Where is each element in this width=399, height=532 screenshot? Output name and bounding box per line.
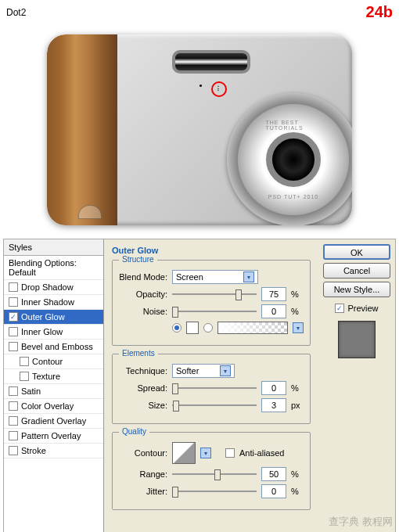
- style-item-label: Outer Glow: [21, 312, 65, 322]
- style-checkbox[interactable]: [9, 446, 18, 455]
- style-checkbox[interactable]: [9, 386, 18, 396]
- jitter-input[interactable]: 0: [261, 484, 286, 498]
- range-slider[interactable]: [172, 468, 257, 480]
- range-input[interactable]: 50: [261, 467, 286, 481]
- lens-text-bottom: PSD TUT+ 2010: [268, 194, 318, 200]
- blend-mode-label: Blend Mode:: [119, 272, 167, 282]
- lens-outer-ring: THE BEST TUTORIALS PSD TUT+ 2010: [227, 93, 352, 225]
- camera-illustration: ⠇ THE BEST TUTORIALS PSD TUT+ 2010: [47, 34, 352, 225]
- header: Dot2 24b: [0, 0, 399, 24]
- styles-header[interactable]: Styles: [4, 239, 103, 256]
- contour-dropdown-icon[interactable]: ▾: [200, 448, 211, 458]
- camera-flash: [172, 50, 250, 74]
- opacity-input[interactable]: 75: [261, 287, 286, 301]
- noise-unit: %: [291, 307, 304, 316]
- style-checkbox[interactable]: [20, 372, 29, 381]
- blend-mode-select[interactable]: Screen ▾: [172, 270, 258, 284]
- style-item-label: Inner Shadow: [21, 297, 74, 307]
- style-checkbox[interactable]: [9, 401, 18, 411]
- style-item-label: Inner Glow: [21, 327, 63, 336]
- style-item-label: Stroke: [21, 446, 46, 455]
- blend-mode-value: Screen: [176, 272, 203, 282]
- style-item-label: Gradient Overlay: [21, 416, 86, 426]
- spread-unit: %: [291, 383, 304, 393]
- contour-label: Contour:: [119, 448, 167, 458]
- quality-group: Quality Contour: ▾ Anti-aliased Range: 5…: [112, 432, 311, 510]
- preview-checkbox[interactable]: [335, 304, 344, 313]
- range-unit: %: [291, 469, 304, 479]
- elements-legend: Elements: [119, 349, 158, 358]
- blending-options-item[interactable]: Blending Options: Default: [4, 256, 103, 280]
- range-label: Range:: [119, 469, 167, 479]
- preview-toggle[interactable]: Preview: [335, 304, 378, 313]
- document-title: Dot2: [6, 7, 26, 18]
- technique-select[interactable]: Softer ▾: [172, 364, 235, 378]
- style-item-inner-glow[interactable]: Inner Glow: [4, 325, 103, 340]
- style-item-inner-shadow[interactable]: Inner Shadow: [4, 295, 103, 310]
- style-checkbox[interactable]: [9, 416, 18, 426]
- gradient-preview[interactable]: [217, 322, 288, 334]
- style-checkbox[interactable]: [9, 297, 18, 307]
- anti-aliased-checkbox[interactable]: [225, 448, 235, 458]
- style-item-label: Contour: [32, 357, 63, 366]
- size-label: Size:: [119, 401, 167, 410]
- effect-title: Outer Glow: [112, 246, 311, 255]
- style-checkbox[interactable]: [9, 312, 18, 322]
- style-item-bevel-and-emboss[interactable]: Bevel and Emboss: [4, 340, 103, 354]
- lens-text-top: THE BEST TUTORIALS: [266, 120, 322, 131]
- preview-swatch: [338, 321, 376, 358]
- noise-input[interactable]: 0: [261, 304, 286, 318]
- spread-input[interactable]: 0: [261, 381, 286, 395]
- style-checkbox[interactable]: [9, 282, 18, 292]
- preview-label: Preview: [347, 304, 378, 313]
- dropdown-arrow-icon: ▾: [220, 365, 231, 376]
- watermark: 查字典 教程网: [329, 515, 393, 529]
- style-item-label: Color Overlay: [21, 401, 74, 411]
- style-checkbox[interactable]: [9, 327, 18, 336]
- jitter-slider[interactable]: [172, 485, 257, 498]
- settings-panel: Outer Glow Structure Blend Mode: Screen …: [104, 239, 318, 532]
- style-checkbox[interactable]: [9, 431, 18, 440]
- gradient-radio[interactable]: [203, 323, 213, 332]
- style-item-stroke[interactable]: Stroke: [4, 444, 103, 458]
- styles-list-panel: Styles Blending Options: Default Drop Sh…: [4, 239, 104, 532]
- style-item-pattern-overlay[interactable]: Pattern Overlay: [4, 429, 103, 444]
- noise-slider[interactable]: [172, 305, 257, 318]
- mic-hole: [200, 84, 202, 87]
- size-slider[interactable]: [172, 399, 257, 412]
- size-input[interactable]: 3: [261, 398, 286, 412]
- step-badge: 24b: [366, 3, 393, 21]
- opacity-slider[interactable]: [172, 288, 257, 300]
- spread-slider[interactable]: [172, 382, 257, 394]
- style-item-drop-shadow[interactable]: Drop Shadow: [4, 280, 103, 295]
- style-item-label: Drop Shadow: [21, 282, 74, 292]
- style-item-outer-glow[interactable]: Outer Glow: [4, 310, 103, 325]
- style-item-contour[interactable]: Contour: [4, 354, 103, 369]
- lens-text-wrap: THE BEST TUTORIALS PSD TUT+ 2010: [238, 104, 349, 215]
- contour-picker[interactable]: [172, 442, 196, 464]
- technique-label: Technique:: [119, 366, 167, 376]
- glow-color-swatch[interactable]: [186, 322, 199, 334]
- spread-label: Spread:: [119, 383, 167, 393]
- style-item-texture[interactable]: Texture: [4, 369, 103, 384]
- lens-text-ring: THE BEST TUTORIALS PSD TUT+ 2010: [238, 104, 349, 215]
- anti-aliased-label: Anti-aliased: [239, 448, 284, 458]
- style-checkbox[interactable]: [20, 357, 29, 366]
- ok-button[interactable]: OK: [323, 244, 390, 260]
- opacity-unit: %: [291, 289, 304, 299]
- canvas-preview: ⠇ THE BEST TUTORIALS PSD TUT+ 2010: [6, 24, 393, 235]
- cancel-button[interactable]: Cancel: [323, 263, 390, 279]
- new-style-button[interactable]: New Style...: [323, 282, 390, 297]
- style-item-satin[interactable]: Satin: [4, 384, 103, 399]
- dropdown-arrow-icon: ▾: [243, 271, 254, 282]
- style-checkbox[interactable]: [9, 342, 18, 351]
- style-item-label: Bevel and Emboss: [21, 342, 93, 351]
- quality-legend: Quality: [119, 427, 149, 436]
- style-item-label: Pattern Overlay: [21, 431, 81, 440]
- elements-group: Elements Technique: Softer ▾ Spread: 0 %…: [112, 354, 311, 424]
- style-item-gradient-overlay[interactable]: Gradient Overlay: [4, 414, 103, 429]
- style-item-color-overlay[interactable]: Color Overlay: [4, 399, 103, 414]
- style-item-label: Satin: [21, 386, 41, 396]
- solid-color-radio[interactable]: [172, 323, 182, 332]
- gradient-dropdown-icon[interactable]: ▾: [293, 322, 304, 333]
